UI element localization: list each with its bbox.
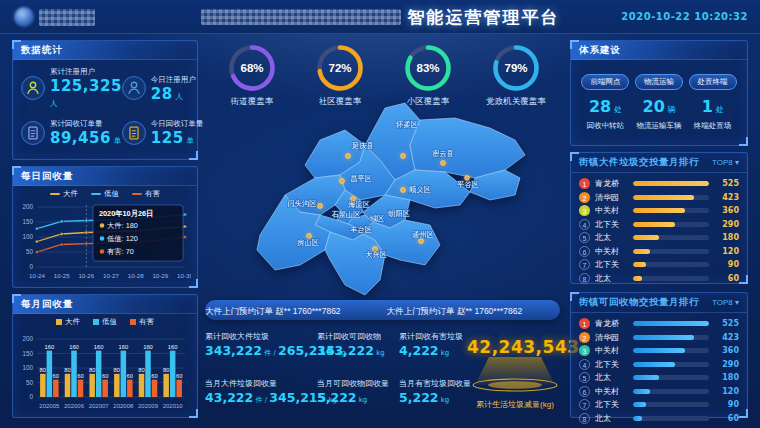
station-dot-icon xyxy=(340,179,345,184)
station-dot-icon xyxy=(401,154,406,159)
svg-text:80: 80 xyxy=(89,367,95,373)
panel-ranking-large-waste: 街镇大件垃圾交投量月排行 TOP8 ▾ 1青龙桥5252清华园4233中关村36… xyxy=(570,152,748,284)
summary-value: 43,222 件 / 345,215 kg xyxy=(205,392,317,405)
system-item: 前端网点28 处回收中转站 xyxy=(579,70,632,131)
summary-item: 累计回收大件垃圾343,222 件 / 265,215 kg xyxy=(205,331,317,378)
system-tag-button[interactable]: 物流运输 xyxy=(635,74,683,90)
coverage-gauge: 83%小区覆盖率 xyxy=(385,42,471,108)
stat-unit: 人 xyxy=(50,99,58,108)
rank-value: 423 xyxy=(714,193,739,202)
svg-text:80: 80 xyxy=(64,367,70,373)
coverage-gauges: 68%街道覆盖率72%社区覆盖率83%小区覆盖率79%党政机关覆盖率 xyxy=(205,42,563,108)
order-ticker-track: 大件上门预约订单 赵** 1760***7862大件上门预约订单 赵** 176… xyxy=(205,301,560,320)
legend-swatch xyxy=(50,193,60,195)
stat-item: 累计回收订单量89,456 单 xyxy=(21,111,122,156)
street-name: 北下关 xyxy=(595,399,628,410)
monthly-bar-chart: 0501001502002020058016060202006801606020… xyxy=(13,327,191,419)
rank-badge: 3 xyxy=(579,205,590,216)
top8-dropdown[interactable]: TOP8 ▾ xyxy=(712,298,739,307)
rank-bar xyxy=(633,416,709,421)
stat-value: 89,456 单 xyxy=(50,131,122,146)
district-label: 怀柔区 xyxy=(395,120,418,129)
legend-label: 大件 xyxy=(63,189,78,199)
summary-label: 当月大件垃圾回收量 xyxy=(205,378,317,389)
street-name: 北太 xyxy=(595,273,628,284)
svg-text:10-29: 10-29 xyxy=(152,272,168,279)
stat-label: 累计回收订单量 xyxy=(50,119,122,129)
station-dot-icon xyxy=(419,239,424,244)
rank-badge: 1 xyxy=(579,318,590,329)
street-name: 北太 xyxy=(595,372,628,383)
district-shape[interactable] xyxy=(410,118,525,178)
rank-bar xyxy=(633,181,709,186)
panel-title: 每月回收量 xyxy=(13,295,197,314)
summary-item: 当月大件垃圾回收量43,222 件 / 345,215 kg xyxy=(205,378,317,425)
district-label: 门头沟区 xyxy=(288,199,317,208)
rank-badge: 7 xyxy=(579,399,590,410)
svg-text:160: 160 xyxy=(143,344,153,350)
rank-badge: 5 xyxy=(579,232,590,243)
rank-badge: 3 xyxy=(579,345,590,356)
rank-bar xyxy=(633,321,709,326)
stat-value: 125,325 人 xyxy=(50,79,122,109)
summary-value: 343,222 件 / 265,215 kg xyxy=(205,345,317,358)
rank-value: 290 xyxy=(714,360,739,369)
ranking-row: 2清华园423 xyxy=(579,331,739,344)
rank-badge: 5 xyxy=(579,372,590,383)
street-name: 中关村 xyxy=(595,345,628,356)
svg-text:60: 60 xyxy=(151,373,157,379)
system-tag-button[interactable]: 前端网点 xyxy=(581,74,629,90)
waste-reduction-value: 42,243,543 xyxy=(467,337,563,357)
summary-item: 累计回收有害垃圾4,222 kg xyxy=(399,331,467,378)
legend-item: 有害 xyxy=(130,317,154,327)
rank-value: 180 xyxy=(714,373,739,382)
rank-badge: 6 xyxy=(579,246,590,257)
ranking-row: 5北太180 xyxy=(579,371,739,384)
svg-text:160: 160 xyxy=(69,344,79,350)
svg-text:202005: 202005 xyxy=(39,403,60,409)
beijing-district-map: 延庆县怀柔区密云县平谷区昌平区顺义区门头沟区海淀区石景山区城区朝阳区丰台区房山区… xyxy=(240,100,550,300)
header: 智能运营管理平台 2020-10-22 10:20:32 xyxy=(0,0,760,34)
rank-bar xyxy=(633,348,709,353)
svg-text:202006: 202006 xyxy=(64,403,85,409)
ranking-row: 7北下关90 xyxy=(579,398,739,411)
daily-chart-tooltip: 2020年10月26日大件: 180低值: 120有害: 70 xyxy=(93,205,183,261)
rank-badge: 2 xyxy=(579,332,590,343)
order-ticker: 大件上门预约订单 赵** 1760***7862大件上门预约订单 赵** 176… xyxy=(205,300,560,320)
panel-ranking-recyclables: 街镇可回收物交投量月排行 TOP8 ▾ 1青龙桥5252清华园4233中关村36… xyxy=(570,292,748,418)
system-tag-button[interactable]: 处置终端 xyxy=(689,74,737,90)
svg-text:60: 60 xyxy=(102,373,108,379)
ranking-list: 1青龙桥5252清华园4233中关村3604北下关2905北太1806中关村12… xyxy=(571,313,747,425)
ranking-row: 5北太180 xyxy=(579,231,739,244)
stat-label: 今日注册用户 xyxy=(151,75,196,85)
district-label: 昌平区 xyxy=(350,174,372,183)
district-label: 顺义区 xyxy=(408,185,431,194)
svg-text:160: 160 xyxy=(94,344,104,350)
street-name: 北太 xyxy=(595,232,628,243)
rank-badge: 6 xyxy=(579,386,590,397)
legend-item: 低值 xyxy=(91,189,119,199)
svg-text:80: 80 xyxy=(40,367,46,373)
ranking-row: 7北下关90 xyxy=(579,258,739,271)
svg-text:80: 80 xyxy=(163,367,169,373)
svg-text:50: 50 xyxy=(26,379,34,386)
district-label: 延庆县 xyxy=(351,141,374,150)
user-today-icon xyxy=(122,76,146,100)
top8-dropdown[interactable]: TOP8 ▾ xyxy=(712,158,739,167)
svg-text:50: 50 xyxy=(26,248,34,255)
legend-swatch xyxy=(130,319,136,325)
svg-text:202008: 202008 xyxy=(113,403,134,409)
rank-bar xyxy=(633,235,709,240)
stat-item: 今日注册用户28 人 xyxy=(122,66,204,111)
orders-today-icon xyxy=(122,121,146,145)
svg-text:10-27: 10-27 xyxy=(103,272,119,279)
legend-label: 大件 xyxy=(65,317,80,327)
panel-title: 街镇大件垃圾交投量月排行 xyxy=(579,156,699,169)
svg-text:100: 100 xyxy=(22,233,33,240)
chevron-down-icon: ▾ xyxy=(735,158,739,167)
summary-item: 当月有害垃圾回收量5,222 kg xyxy=(399,378,467,425)
street-name: 清华园 xyxy=(595,192,628,203)
system-item: 处置终端1 处终端处置场 xyxy=(686,70,739,131)
svg-text:10-24: 10-24 xyxy=(29,272,45,279)
rank-bar xyxy=(633,402,709,407)
